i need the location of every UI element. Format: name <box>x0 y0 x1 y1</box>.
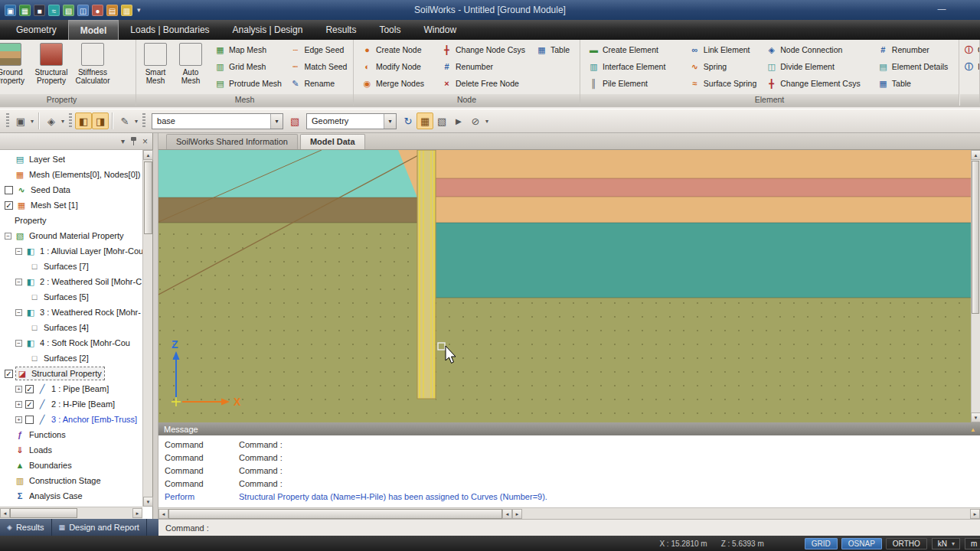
tree-item-surfaces-2[interactable]: □Surfaces [2] <box>0 350 142 366</box>
chevron-down-icon[interactable]: ▾ <box>384 114 396 129</box>
link-element-button[interactable]: ∞Link Element <box>688 42 760 57</box>
tree-item-anchor-embtruss[interactable]: +╱3 : Anchor [Emb-Truss] <box>0 412 142 427</box>
scrollbar-thumb[interactable] <box>168 509 502 519</box>
split-right-button[interactable]: ► <box>512 509 522 519</box>
redraw-icon[interactable]: ↻ <box>400 112 416 129</box>
select-tool-icon[interactable]: ▣ <box>12 112 29 129</box>
structural-property-button[interactable]: Structural Property <box>31 41 72 92</box>
tree-item-soft-rock[interactable]: −◧4 : Soft Rock [Mohr-Cou <box>0 335 142 350</box>
tree-item-mesh-set[interactable]: ✓▦Mesh Set [1] <box>0 197 142 213</box>
canvas-vertical-scrollbar[interactable]: ▲ ▼ <box>971 150 980 422</box>
map-mesh-button[interactable]: ▦Map Mesh <box>213 42 283 57</box>
tree-item-construction-stage[interactable]: ▥Construction Stage <box>0 473 142 488</box>
tree-horizontal-scrollbar[interactable]: ◄ ► <box>0 507 142 519</box>
change-element-csys-button[interactable]: ╋Change Element Csys <box>764 76 871 91</box>
tree-item-surfaces-5[interactable]: □Surfaces [5] <box>0 289 142 305</box>
pin-icon[interactable] <box>130 137 137 145</box>
chevron-down-icon[interactable]: ▾ <box>61 118 64 125</box>
tree-item-analysis-case[interactable]: ΣAnalysis Case <box>0 488 142 504</box>
tab-design-and-report[interactable]: ▦Design and Report <box>52 519 147 536</box>
renumber-node-button[interactable]: #Renumber <box>439 59 530 74</box>
toolbar-drag-handle[interactable] <box>6 113 9 129</box>
tree-vertical-scrollbar[interactable]: ▲ ▼ <box>142 150 152 507</box>
checkbox-checked[interactable]: ✓ <box>5 370 13 378</box>
tree-item-property[interactable]: Property <box>0 213 142 228</box>
tree-item-seed-data[interactable]: ∿Seed Data <box>0 182 142 197</box>
scrollbar-thumb[interactable] <box>144 161 152 234</box>
checkbox-checked[interactable]: ✓ <box>25 385 34 393</box>
tree-item-ground-material-property[interactable]: −▧Ground Material Property <box>0 228 142 243</box>
tree-item-hpile-beam[interactable]: +✓╱2 : H-Pile [Beam] <box>0 396 142 412</box>
command-input-line[interactable]: Command : <box>158 519 980 536</box>
delete-free-node-button[interactable]: ×Delete Free Node <box>439 76 530 91</box>
paste-layer-icon[interactable]: ◨ <box>92 112 109 129</box>
tab-results[interactable]: Results <box>314 20 368 40</box>
toolbar-drag-handle[interactable] <box>142 113 145 129</box>
copy-layer-icon[interactable]: ◧ <box>75 112 92 129</box>
chevron-down-icon[interactable]: ▾ <box>270 114 283 129</box>
scroll-up-button[interactable]: ▲ <box>971 150 980 160</box>
tree-item-surfaces-4[interactable]: □Surfaces [4] <box>0 320 142 335</box>
layer-filter-icon[interactable]: ▧ <box>286 112 303 129</box>
tab-results-bottom[interactable]: ◈Results <box>0 519 52 536</box>
checkbox-unchecked[interactable] <box>5 186 13 194</box>
modify-node-button[interactable]: ◐Modify Node <box>360 59 435 74</box>
tree-item-structural-property[interactable]: ✓◪Structural Property <box>0 366 142 381</box>
collapse-expander[interactable]: − <box>15 279 22 285</box>
chevron-down-icon[interactable]: ▾ <box>952 540 955 547</box>
scroll-right-button[interactable]: ► <box>132 508 142 518</box>
expand-expander[interactable]: + <box>15 416 22 423</box>
length-unit-combo[interactable]: m ▾ <box>965 538 980 549</box>
snap-off-icon[interactable]: ⊘ <box>467 112 484 129</box>
collapse-expander[interactable]: − <box>15 340 22 347</box>
osnap-toggle-button[interactable]: OSNAP <box>841 538 882 549</box>
message-horizontal-scrollbar[interactable]: ◄ ◄ ► ► <box>158 507 980 519</box>
tree-item-weathered-rock[interactable]: −◧3 : Weathered Rock [Mohr- <box>0 305 142 320</box>
edit-pencil-icon[interactable]: ✎ <box>116 112 133 129</box>
tab-geometry[interactable]: Geometry <box>5 20 68 40</box>
chevron-down-icon[interactable]: ▾ <box>121 138 125 145</box>
tree-item-pipe-beam[interactable]: +✓╱1 : Pipe [Beam] <box>0 381 142 396</box>
element-details-button[interactable]: ▤Element Details <box>876 59 957 74</box>
ortho-toggle-button[interactable]: ORTHO <box>886 538 927 549</box>
tree-item-functions[interactable]: ƒFunctions <box>0 427 142 442</box>
collapse-expander[interactable]: − <box>15 309 22 316</box>
pile-element-button[interactable]: ║Pile Element <box>586 76 683 91</box>
stiffness-calculator-button[interactable]: Stiffness Calculator <box>72 41 113 92</box>
pick-cursor-icon[interactable]: ► <box>450 112 467 129</box>
scroll-right-button[interactable]: ► <box>970 509 980 519</box>
force-unit-combo[interactable]: kN ▾ <box>932 538 960 549</box>
tree-item-loads[interactable]: ⇓Loads <box>0 442 142 458</box>
expand-expander[interactable]: + <box>15 401 22 408</box>
grid-toggle-button[interactable]: GRID <box>805 538 838 549</box>
layer-combo[interactable]: base ▾ <box>152 113 283 129</box>
box-select-icon[interactable]: ◈ <box>43 112 60 129</box>
scroll-up-button[interactable]: ▲ <box>143 150 153 160</box>
change-node-csys-button[interactable]: ╋Change Node Csys <box>439 42 530 57</box>
interface-element-button[interactable]: ▥Interface Element <box>586 59 683 74</box>
toolbar-drag-handle[interactable] <box>69 113 72 129</box>
collapse-expander[interactable]: − <box>15 248 22 255</box>
create-element-button[interactable]: ▬Create Element <box>586 42 683 57</box>
clipped-button-1[interactable]: ⓘO <box>962 42 980 57</box>
surface-spring-button[interactable]: ≈Surface Spring <box>688 76 760 91</box>
scroll-left-button[interactable]: ◄ <box>0 508 10 518</box>
grid-mesh-button[interactable]: ▥Grid Mesh <box>213 59 283 74</box>
tab-model[interactable]: Model <box>68 20 119 40</box>
collapse-expander[interactable]: − <box>5 233 11 240</box>
scroll-down-button[interactable]: ▼ <box>143 497 153 507</box>
tab-tools[interactable]: Tools <box>368 20 412 40</box>
spring-button[interactable]: ∿Spring <box>688 59 760 74</box>
checkbox-unchecked[interactable] <box>25 416 34 424</box>
close-icon[interactable]: × <box>142 138 148 145</box>
tab-loads-boundaries[interactable]: Loads | Boundaries <box>119 20 220 40</box>
mode-combo[interactable]: Geometry ▾ <box>306 113 397 129</box>
chevron-down-icon[interactable]: ▾ <box>485 118 488 125</box>
scrollbar-thumb[interactable] <box>972 161 979 314</box>
expand-expander[interactable]: + <box>15 386 22 393</box>
merge-nodes-button[interactable]: ◉Merge Nodes <box>360 76 435 91</box>
protrude-mesh-button[interactable]: ▤Protrude Mesh <box>213 76 283 91</box>
collapse-chevron-icon[interactable]: ▴ <box>971 425 975 433</box>
create-node-button[interactable]: ●Create Node <box>360 42 435 57</box>
minimize-button[interactable]: — <box>933 3 951 16</box>
